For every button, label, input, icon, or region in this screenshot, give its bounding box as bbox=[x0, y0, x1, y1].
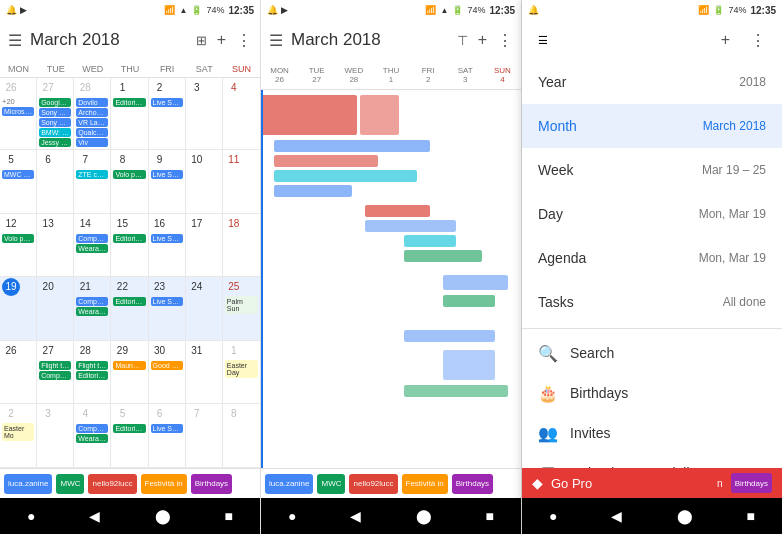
cal-cell-mar22[interactable]: 22 Editorial S bbox=[111, 277, 148, 340]
event-block-teal-2[interactable] bbox=[404, 235, 456, 247]
view-toggle-icon-1[interactable]: ⊞ bbox=[196, 33, 207, 48]
dropdown-add-icon[interactable]: + bbox=[721, 31, 730, 49]
event-good-fri[interactable]: Good Frid bbox=[151, 361, 183, 370]
cal-cell-apr6[interactable]: 6 Live Socia bbox=[149, 404, 186, 467]
nav-dot-1[interactable]: ● bbox=[27, 508, 35, 524]
dropdown-more-icon[interactable]: ⋮ bbox=[750, 31, 766, 50]
event-maundy[interactable]: Maundy T bbox=[113, 361, 145, 370]
event-company-21[interactable]: Company I bbox=[76, 297, 108, 306]
easter-mo-event[interactable]: Easter Mo bbox=[2, 423, 34, 441]
strip-mwc-2[interactable]: MWC bbox=[317, 474, 345, 494]
event-liveso-9[interactable]: Live Socia bbox=[151, 170, 183, 179]
event-viv-feb28[interactable]: Viv bbox=[76, 138, 108, 147]
nav-square-2[interactable]: ■ bbox=[486, 508, 494, 524]
event-flight-c[interactable]: Flight to C bbox=[39, 361, 71, 370]
menu-item-birthdays[interactable]: 🎂 Birthdays bbox=[522, 373, 782, 413]
cal-cell-mar20[interactable]: 20 bbox=[37, 277, 74, 340]
event-volo-per[interactable]: Volo per V bbox=[113, 170, 145, 179]
week-view-area[interactable] bbox=[261, 90, 521, 468]
view-item-agenda[interactable]: Agenda Mon, Mar 19 bbox=[522, 236, 782, 280]
palm-sun-event[interactable]: Palm Sun bbox=[225, 296, 258, 314]
hamburger-menu-2[interactable]: ☰ bbox=[269, 31, 283, 50]
strip-festivita[interactable]: Festività in bbox=[141, 474, 187, 494]
cal-cell-apr7[interactable]: 7 bbox=[186, 404, 223, 467]
nav-back-1[interactable]: ◀ bbox=[89, 508, 100, 524]
event-bmw[interactable]: BMW: Ope bbox=[39, 128, 71, 137]
cal-cell-apr2[interactable]: 2 Easter Mo bbox=[0, 404, 37, 467]
menu-item-search[interactable]: 🔍 Search bbox=[522, 333, 782, 373]
strip-birthdays-2[interactable]: Birthdays bbox=[452, 474, 493, 494]
strip-luca[interactable]: luca.zanine bbox=[4, 474, 52, 494]
cal-cell-mar15[interactable]: 15 Editorial S bbox=[111, 214, 148, 277]
cal-cell-mar9[interactable]: 9 Live Socia bbox=[149, 150, 186, 213]
event-liveso-16[interactable]: Live Socia bbox=[151, 234, 183, 243]
event-microsoft[interactable]: Microsoft bbox=[2, 107, 34, 116]
cal-cell-mar7[interactable]: 7 ZTE conte bbox=[74, 150, 111, 213]
strip-bday-3[interactable]: Birthdays bbox=[731, 473, 772, 493]
cal-cell-mar19[interactable]: 19 bbox=[0, 277, 37, 340]
cal-cell-apr4[interactable]: 4 Company I Wearable bbox=[74, 404, 111, 467]
add-event-icon-2[interactable]: + bbox=[478, 31, 487, 49]
event-liveso-apr6[interactable]: Live Socia bbox=[151, 424, 183, 433]
cal-cell-mar4[interactable]: 4 bbox=[223, 78, 260, 149]
event-google-pr[interactable]: Google Pr bbox=[39, 98, 71, 107]
event-editorial-1[interactable]: Editorial S bbox=[113, 98, 145, 107]
event-wearable-21[interactable]: Wearable bbox=[76, 307, 108, 316]
event-block-red-4[interactable] bbox=[365, 205, 430, 217]
cal-cell-mar1[interactable]: 1 Editorial S bbox=[111, 78, 148, 149]
cal-cell-mar2[interactable]: 2 Live Socia bbox=[149, 78, 186, 149]
cal-cell-mar6[interactable]: 6 bbox=[37, 150, 74, 213]
add-event-icon-1[interactable]: + bbox=[217, 31, 226, 49]
cal-cell-mar30[interactable]: 30 Good Frid bbox=[149, 341, 186, 404]
event-editorial-22[interactable]: Editorial S bbox=[113, 297, 145, 306]
cal-cell-mar24[interactable]: 24 bbox=[186, 277, 223, 340]
event-liveso-2[interactable]: Live Socia bbox=[151, 98, 183, 107]
cal-cell-feb28[interactable]: 28 Dovilo Archos M VR Lange Qualcomm Viv bbox=[74, 78, 111, 149]
event-liveso-23[interactable]: Live Socia bbox=[151, 297, 183, 306]
event-block-blue-4[interactable] bbox=[443, 275, 508, 290]
more-options-icon-2[interactable]: ⋮ bbox=[497, 31, 513, 50]
cal-cell-mar23[interactable]: 23 Live Socia bbox=[149, 277, 186, 340]
event-sony-pres[interactable]: Sony pres bbox=[39, 118, 71, 127]
event-wearable-apr4[interactable]: Wearable bbox=[76, 434, 108, 443]
strip-nello-2[interactable]: nello92lucc bbox=[349, 474, 397, 494]
nav-home-2[interactable]: ⬤ bbox=[416, 508, 432, 524]
cal-cell-apr1[interactable]: 1 Easter Day bbox=[223, 341, 260, 404]
event-company-14[interactable]: Company I bbox=[76, 234, 108, 243]
cal-cell-mar10[interactable]: 10 bbox=[186, 150, 223, 213]
nav-dot-2[interactable]: ● bbox=[288, 508, 296, 524]
event-wearable-14[interactable]: Wearable bbox=[76, 244, 108, 253]
cal-cell-feb26[interactable]: 26 +20 Microsoft bbox=[0, 78, 37, 149]
cal-cell-mar28[interactable]: 28 Flight to S Editorial S bbox=[74, 341, 111, 404]
event-editorial-28[interactable]: Editorial S bbox=[76, 371, 108, 380]
view-item-day[interactable]: Day Mon, Mar 19 bbox=[522, 192, 782, 236]
event-block-blue-5[interactable] bbox=[404, 330, 495, 342]
nav-square-1[interactable]: ■ bbox=[225, 508, 233, 524]
cal-cell-mar5[interactable]: 5 MWC 201 bbox=[0, 150, 37, 213]
hamburger-menu-1[interactable]: ☰ bbox=[8, 31, 22, 50]
cal-cell-mar31[interactable]: 31 bbox=[186, 341, 223, 404]
view-item-tasks[interactable]: Tasks All done bbox=[522, 280, 782, 324]
cal-cell-mar16[interactable]: 16 Live Socia bbox=[149, 214, 186, 277]
event-block-green-2[interactable] bbox=[443, 295, 495, 307]
event-mwc201[interactable]: MWC 201 bbox=[2, 170, 34, 179]
event-company-apr4[interactable]: Company I bbox=[76, 424, 108, 433]
cal-cell-mar26[interactable]: 26 bbox=[0, 341, 37, 404]
strip-luca-2[interactable]: luca.zanine bbox=[265, 474, 313, 494]
event-block-blue-3[interactable] bbox=[365, 220, 456, 232]
more-options-icon-1[interactable]: ⋮ bbox=[236, 31, 252, 50]
event-zte[interactable]: ZTE conte bbox=[76, 170, 108, 179]
easter-event-1[interactable]: Easter Day bbox=[225, 360, 258, 378]
cal-cell-mar18[interactable]: 18 bbox=[223, 214, 260, 277]
view-toggle-icon-2[interactable]: ⊤ bbox=[457, 33, 468, 48]
go-pro-bar[interactable]: ◆ Go Pro n Birthdays bbox=[522, 468, 782, 498]
cal-cell-mar8[interactable]: 8 Volo per V bbox=[111, 150, 148, 213]
event-volo-b[interactable]: Volo per B bbox=[2, 234, 34, 243]
strip-mwc[interactable]: MWC bbox=[56, 474, 84, 494]
menu-item-invites[interactable]: 👥 Invites bbox=[522, 413, 782, 453]
event-sony-es[interactable]: Sony Es P bbox=[39, 108, 71, 117]
nav-square-3[interactable]: ■ bbox=[747, 508, 755, 524]
hamburger-menu-3[interactable]: ☰ bbox=[538, 34, 548, 47]
event-jessy[interactable]: Jessy me bbox=[39, 138, 71, 147]
cal-cell-apr3[interactable]: 3 bbox=[37, 404, 74, 467]
